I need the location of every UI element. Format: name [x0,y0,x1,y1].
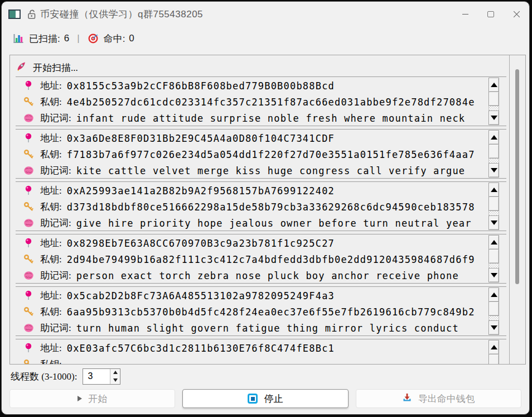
download-icon [402,392,412,405]
private-key-line: 私钥: [22,356,506,364]
maximize-button[interactable] [478,2,504,26]
entry-scrollbar-thumb[interactable] [489,196,499,211]
mnemonic-label: 助记词: [40,217,71,229]
entry-scroll-up-button[interactable] [489,183,499,197]
private-key-line: 私钥: 6aa95b9313cb5370b0b4d5fc428f24ea0ec3… [22,304,506,320]
scroll-down-icon [491,273,497,277]
address-value: 0xE03afc57C6bc3d1c2811b6130E76f8C474fE8B… [67,343,335,354]
entry-scrollbar-track[interactable] [489,159,499,163]
scan-start-message: 开始扫描... [33,61,78,74]
entry-scroll-down-button[interactable] [489,268,499,282]
scan-chart-icon [13,33,24,44]
stop-button[interactable]: 停止 [182,389,348,408]
address-value: 0x8298Eb7E63A8CC670970B3c9a23b781f1c925C… [67,238,335,249]
private-key-label: 私钥: [40,253,62,266]
app-icon [8,9,21,19]
pin-icon [22,290,35,301]
entry-scroll-up-button[interactable] [489,78,499,92]
brain-icon [22,323,35,333]
spinner-up-icon [113,371,118,374]
mnemonic-line: 助记词: give hire priority hope jealous own… [22,215,506,231]
entry-scroll-down-button[interactable] [489,111,499,125]
play-icon [78,396,82,401]
entry-scrollbar-track[interactable] [489,263,499,268]
entry-scrollbar-thumb[interactable] [489,144,499,159]
entry-scroll-down-button[interactable] [489,215,499,230]
brain-icon [22,218,35,228]
mnemonic-value: infant rude attitude surprise noble fres… [76,113,466,124]
unlock-icon [26,9,37,20]
scroll-up-icon [491,188,497,192]
entry-scrollbar[interactable] [489,78,499,125]
private-key-value: 4e4b250527dc61cdc023314fc357c21351f87ac6… [67,97,475,108]
spinner-down-button[interactable] [110,376,120,384]
entry-scroll-up-button[interactable] [489,287,499,302]
log-scrollbar-thumb[interactable] [515,69,519,284]
mnemonic-label: 助记词: [40,112,71,124]
close-icon [513,11,520,18]
entry-scrollbar-track[interactable] [489,316,499,320]
key-icon [22,97,35,107]
wallet-entry: 地址: 0x8155c53a9b2cCF86bB8F608bed779B0B00… [16,76,506,126]
entry-scrollbar[interactable] [489,130,499,178]
address-label: 地址: [40,289,62,302]
address-line: 地址: 0x8155c53a9b2cCF86bB8F608bed779B0B00… [22,78,506,94]
scroll-down-icon [491,116,497,120]
window-controls [452,2,529,26]
maximize-icon [487,11,494,17]
private-key-line: 私钥: f7183b7a6f977c026e234d5a054dd1f220f2… [22,146,506,162]
entry-scrollbar-thumb[interactable] [489,301,499,316]
entry-list: 地址: 0x8155c53a9b2cCF86bB8F608bed779B0B00… [16,76,509,364]
entry-scroll-up-button[interactable] [489,235,499,250]
entry-scrollbar-track[interactable] [489,211,499,215]
entry-scrollbar-thumb[interactable] [489,92,499,106]
entry-scrollbar[interactable] [489,287,499,335]
entry-scroll-down-button[interactable] [489,320,499,335]
address-label: 地址: [40,184,62,197]
action-buttons: 开始 停止 导出命中钱包 [9,389,521,408]
entry-scrollbar-thumb[interactable] [489,249,499,263]
mnemonic-value: kite cattle velvet merge kiss huge congr… [76,165,466,176]
wallet-entry: 地址: 0x3a6De8E8F0D31Bb2E9C45A4a0D80f104C7… [16,129,506,179]
spinner-up-button[interactable] [110,369,120,377]
stats-bar: 已扫描: 6 | 命中: 0 [2,26,529,51]
start-button[interactable]: 开始 [9,389,175,408]
entry-scrollbar[interactable] [489,183,499,230]
wallet-entry: 地址: 0xE03afc57C6bc3d1c2811b6130E76f8C474… [16,339,506,364]
entry-scrollbar[interactable] [489,340,499,364]
private-key-label: 私钥: [40,95,62,108]
export-hits-button[interactable]: 导出命中钱包 [356,389,521,408]
scroll-up-icon [491,345,497,349]
entry-scrollbar-track[interactable] [489,106,499,111]
entry-scrollbar-thumb[interactable] [489,354,499,364]
entry-scroll-up-button[interactable] [489,130,499,145]
export-hits-label: 导出命中钱包 [418,392,475,405]
close-button[interactable] [504,2,529,26]
address-line: 地址: 0x5cab2D2b8Fc73A6A485513102a97820952… [22,287,506,304]
scroll-up-icon [491,240,497,245]
address-value: 0x8155c53a9b2cCF86bB8F608bed779B0B00b88B… [67,80,335,92]
thread-count-spinbox[interactable]: 3 [83,368,120,385]
minimize-button[interactable] [452,2,478,26]
key-icon [22,359,35,364]
thread-count-value[interactable]: 3 [83,369,110,384]
entry-scroll-down-button[interactable] [489,163,499,178]
entry-scrollbar[interactable] [489,235,499,282]
scroll-up-icon [491,135,497,140]
log-scrollbar-track[interactable] [509,55,525,364]
address-label: 地址: [40,237,62,250]
entry-scroll-up-button[interactable] [489,340,499,354]
scroll-up-icon [491,83,497,87]
scanned-label: 已扫描: [29,32,60,45]
brain-icon [22,166,35,175]
thread-count-label: 线程数 (3-1000): [11,370,77,383]
wallet-entry: 地址: 0x8298Eb7E63A8CC670970B3c9a23b781f1c… [16,234,506,284]
mnemonic-value: give hire priority hope jealous owner be… [76,218,472,229]
pin-icon [22,238,35,249]
address-value: 0x3a6De8E8F0D31Bb2E9C45A4a0D80f104C7341C… [67,133,335,144]
private-key-value: 2d94be79499b16a82f111c3c412c7a4bdfedd3db… [67,254,475,265]
spinner-down-icon [113,378,118,382]
hit-value: 0 [129,33,134,44]
private-key-label: 私钥: [40,358,62,364]
mnemonic-label: 助记词: [40,164,71,177]
